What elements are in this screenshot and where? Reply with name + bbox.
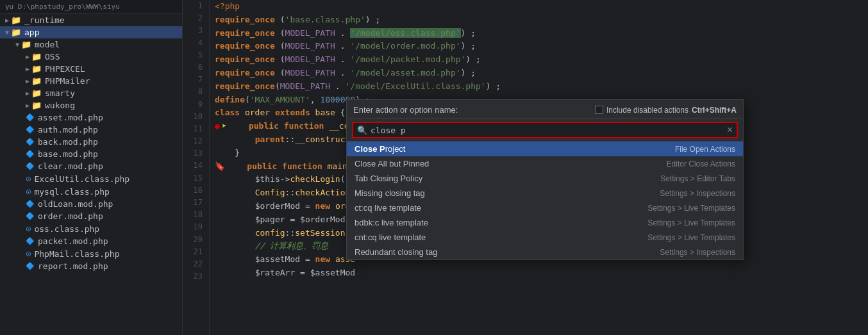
line-number-17: 17 (183, 197, 203, 209)
result-category: Settings > Inspections (660, 248, 735, 257)
sidebar-item-mysql-class[interactable]: ⊙mysql.class.php (0, 185, 182, 198)
line-numbers: 1234567891011121314151617181920212223 (183, 0, 210, 335)
search-icon: 🔍 (357, 126, 367, 135)
result-category: Settings > Editor Tabs (660, 174, 735, 183)
result-label: Close All but Pinned (355, 159, 429, 168)
sidebar-item-label: oldLoan.mod.php (38, 199, 113, 209)
sidebar-item-label: order.mod.php (38, 211, 103, 221)
line-number-21: 21 (183, 246, 203, 258)
sidebar-item-label: PHPMailer (45, 76, 90, 86)
sidebar-item-oss[interactable]: ▶📁OSS (0, 51, 182, 63)
result-category: Settings > Live Templates (647, 204, 735, 213)
result-label: Tab Closing Policy (355, 174, 422, 183)
result-row-redundant-closing[interactable]: Redundant closing tag Settings > Inspect… (347, 245, 743, 259)
sidebar-item-label: base.mod.php (38, 149, 98, 159)
sidebar-item-app[interactable]: ▼📁app (0, 26, 182, 38)
sidebar-item-model[interactable]: ▼📁model (0, 38, 182, 51)
popup-results: Close Project File Open Actions Close Al… (347, 142, 743, 259)
result-label: Close Project (355, 144, 405, 154)
code-line-2: require_once ('base.class.php') ; (215, 13, 863, 27)
sidebar-item-label: back.mod.php (38, 137, 98, 147)
line-number-10: 10 (183, 111, 203, 123)
sidebar-item-phpmail-class[interactable]: ⊙PhpMail.class.php (0, 247, 182, 260)
sidebar-item-phpmailer[interactable]: ▶📁PHPMailer (0, 75, 182, 87)
result-category: Settings > Inspections (660, 189, 735, 198)
line-number-7: 7 (183, 74, 203, 86)
line-number-6: 6 (183, 61, 203, 74)
popup-checkbox-area: Include disabled actions Ctrl+Shift+A (595, 106, 737, 115)
line-number-3: 3 (183, 24, 203, 37)
result-row-close-all-pinned[interactable]: Close All but Pinned Editor Close Action… (347, 156, 743, 171)
result-row-ctcq-live[interactable]: ct:cq live template Settings > Live Temp… (347, 200, 743, 215)
code-line-7: require_once(MODEL_PATH . '/model/ExcelU… (215, 80, 863, 94)
line-number-5: 5 (183, 49, 203, 61)
sidebar-item-label: OSS (45, 52, 60, 61)
popup-checkbox-label: Include disabled actions (606, 106, 689, 115)
result-row-missing-closing-tag[interactable]: Missing closing tag Settings > Inspectio… (347, 186, 743, 200)
line-number-8: 8 (183, 86, 203, 98)
line-number-14: 14 (183, 159, 203, 172)
line-number-16: 16 (183, 184, 203, 197)
line-number-19: 19 (183, 221, 203, 233)
popup-header: Enter action or option name: Include dis… (347, 100, 743, 119)
sidebar-item-label: clear.mod.php (38, 161, 103, 171)
clear-icon[interactable]: × (727, 124, 733, 136)
search-input[interactable] (371, 126, 724, 135)
line-number-15: 15 (183, 172, 203, 184)
result-row-cntcq-live[interactable]: cnt:cq live template Settings > Live Tem… (347, 230, 743, 245)
result-label: cnt:cq live template (355, 233, 426, 242)
sidebar-item-label: oss.class.php (34, 224, 99, 234)
popup-title: Enter action or option name: (353, 105, 458, 115)
sidebar-item-wukong[interactable]: ▶📁wukong (0, 99, 182, 111)
sidebar-item-order-mod[interactable]: 🔷order.mod.php (0, 210, 182, 222)
sidebar-item-label: ExcelUtil.class.php (34, 174, 129, 184)
popup-checkbox[interactable] (595, 106, 603, 114)
result-label: bdbk:c live template (355, 218, 428, 227)
code-line-5: require_once (MODEL_PATH . '/model/packe… (215, 53, 863, 67)
action-popup: Enter action or option name: Include dis… (346, 99, 744, 260)
sidebar-item-oss-class[interactable]: ⊙oss.class.php (0, 222, 182, 235)
line-number-23: 23 (183, 270, 203, 282)
sidebar-item-label: wukong (45, 101, 75, 110)
code-editor: 1234567891011121314151617181920212223 <?… (183, 0, 868, 335)
code-line-3: require_once (MODEL_PATH . '/model/oss.c… (215, 27, 863, 40)
result-label: Redundant closing tag (355, 247, 437, 257)
sidebar-item-label: auth.mod.php (38, 125, 98, 135)
sidebar-item-phpexcel[interactable]: ▶📁PHPEXCEL (0, 63, 182, 75)
search-box[interactable]: 🔍 × (352, 122, 738, 138)
sidebar: yu D:\phpstudy_pro\WWW\siyu ▶📁_runtime▼📁… (0, 0, 183, 335)
sidebar-item-label: PHPEXCEL (45, 64, 85, 74)
line-number-20: 20 (183, 234, 203, 246)
result-row-tab-closing-policy[interactable]: Tab Closing Policy Settings > Editor Tab… (347, 171, 743, 186)
sidebar-item-label: report.mod.php (38, 261, 108, 271)
result-category: File Open Actions (675, 145, 735, 154)
sidebar-path: yu D:\phpstudy_pro\WWW\siyu (0, 0, 182, 14)
sidebar-item-label: _runtime (24, 15, 65, 25)
line-number-4: 4 (183, 37, 203, 49)
sidebar-item-label: asset.mod.php (38, 113, 103, 122)
sidebar-item-asset-mod[interactable]: 🔷asset.mod.php (0, 111, 182, 124)
result-category: Settings > Live Templates (647, 218, 735, 227)
sidebar-item-label: mysql.class.php (34, 187, 109, 197)
sidebar-item-report-mod[interactable]: 🔷report.mod.php (0, 260, 182, 272)
sidebar-item-packet-mod[interactable]: 🔷packet.mod.php (0, 235, 182, 247)
popup-shortcut: Ctrl+Shift+A (692, 106, 737, 115)
sidebar-item-excel-util[interactable]: ⊙ExcelUtil.class.php (0, 172, 182, 185)
sidebar-item-label: smarty (45, 88, 75, 98)
sidebar-items-container: ▶📁_runtime▼📁app▼📁model▶📁OSS▶📁PHPEXCEL▶📁P… (0, 14, 182, 272)
sidebar-item-auth-mod[interactable]: 🔷auth.mod.php (0, 124, 182, 136)
sidebar-item-runtime[interactable]: ▶📁_runtime (0, 14, 182, 26)
sidebar-item-clear-mod[interactable]: 🔷clear.mod.php (0, 160, 182, 172)
result-row-bdbkc-live[interactable]: bdbk:c live template Settings > Live Tem… (347, 215, 743, 230)
sidebar-item-label: PhpMail.class.php (34, 249, 119, 259)
line-number-11: 11 (183, 123, 203, 135)
sidebar-item-smarty[interactable]: ▶📁smarty (0, 87, 182, 99)
code-line-1: <?php (215, 0, 863, 13)
line-number-13: 13 (183, 147, 203, 159)
sidebar-item-back-mod[interactable]: 🔷back.mod.php (0, 136, 182, 148)
sidebar-item-oldloan-mod[interactable]: 🔷oldLoan.mod.php (0, 198, 182, 210)
result-row-close-project[interactable]: Close Project File Open Actions (347, 142, 743, 156)
code-line-6: require_once (MODEL_PATH . '/model/asset… (215, 67, 863, 80)
result-label: Missing closing tag (355, 188, 425, 198)
sidebar-item-base-mod[interactable]: 🔷base.mod.php (0, 148, 182, 160)
